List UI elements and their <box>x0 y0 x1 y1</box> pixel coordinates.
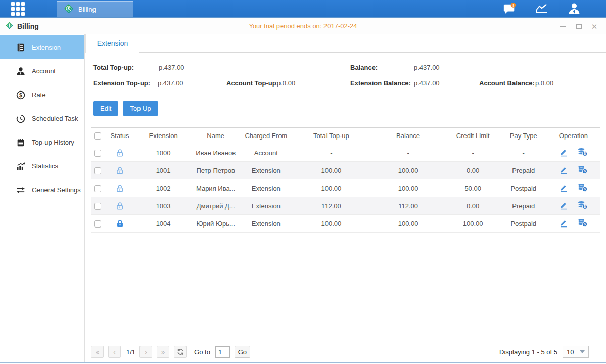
tab-strip: Extension <box>85 34 606 53</box>
table-row: 1004Юрий Юрь...Extension100.00100.00100.… <box>91 215 600 233</box>
sidebar-item-task[interactable]: Scheduled Task <box>0 107 84 130</box>
charged-from-cell: Extension <box>240 162 292 179</box>
edit-button[interactable]: Edit <box>93 101 118 116</box>
chart-icon <box>535 3 548 14</box>
next-page-icon: › <box>145 348 147 356</box>
extension-cell: 1002 <box>135 179 191 197</box>
sidebar-item-extension[interactable]: Extension <box>0 35 84 59</box>
table-row: 1001Петр ПетровExtension100.00100.000.00… <box>91 162 600 179</box>
sidebar-item-label: Account <box>32 67 56 75</box>
topup-icon[interactable]: $ <box>577 200 588 211</box>
balance-value: p.437.00 <box>414 64 440 71</box>
edit-icon[interactable] <box>559 165 568 176</box>
select-all-checkbox[interactable] <box>94 132 101 140</box>
chevron-down-icon <box>580 350 585 353</box>
topup-icon[interactable]: $ <box>577 165 588 176</box>
name-cell: Мария Ива... <box>191 179 240 197</box>
column-header: Status <box>104 128 135 144</box>
total-topup-cell: 112.00 <box>292 197 370 215</box>
general-settings-icon <box>16 185 25 195</box>
sidebar-item-label: Statistics <box>32 162 58 170</box>
tab-strip-divider <box>139 34 247 53</box>
sidebar-item-account[interactable]: Account <box>0 59 84 83</box>
message-icon: ! <box>503 2 516 15</box>
topup-icon[interactable]: $ <box>577 183 588 194</box>
extension-icon <box>16 42 25 52</box>
sidebar: ExtensionAccount$RateScheduled TaskTop-u… <box>0 34 85 362</box>
goto-page-input[interactable] <box>215 346 230 358</box>
rate-icon: $ <box>16 90 25 100</box>
top-up-button[interactable]: Top Up <box>123 101 158 116</box>
svg-text:$: $ <box>67 6 70 11</box>
row-checkbox[interactable] <box>94 150 101 157</box>
name-cell: Дмитрий Д... <box>191 197 240 215</box>
go-button[interactable]: Go <box>235 346 250 358</box>
extension-cell: 1001 <box>135 162 191 179</box>
row-checkbox[interactable] <box>94 185 101 192</box>
extension-cell: 1000 <box>135 144 191 162</box>
scheduled-task-icon <box>16 114 25 123</box>
edit-icon[interactable] <box>559 218 568 229</box>
credit-limit-cell: - <box>446 144 500 162</box>
pay-type-cell: Postpaid <box>500 179 547 197</box>
messages-button[interactable]: ! <box>503 2 516 15</box>
row-checkbox[interactable] <box>94 220 101 228</box>
sidebar-item-stats[interactable]: Statistics <box>0 154 84 178</box>
credit-limit-cell: 50.00 <box>446 179 500 197</box>
balance-cell: 100.00 <box>370 162 445 179</box>
total-topup-cell: 100.00 <box>292 215 370 233</box>
user-menu-button[interactable] <box>568 2 581 15</box>
column-header: Balance <box>370 128 445 144</box>
sidebar-item-settings[interactable]: General Settings <box>0 178 84 202</box>
charged-from-cell: Extension <box>240 179 292 197</box>
table-row: 1000Иван ИвановAccount----$ <box>91 144 600 162</box>
column-header: Credit Limit <box>446 128 500 144</box>
billing-app-tab[interactable]: $ Billing <box>57 1 133 17</box>
svg-text:$: $ <box>19 92 22 98</box>
row-checkbox[interactable] <box>94 203 101 210</box>
maximize-button[interactable] <box>575 23 582 30</box>
goto-label: Go to <box>194 348 210 356</box>
first-page-button[interactable]: « <box>91 346 104 358</box>
extension-balance-value: p.437.00 <box>414 79 440 87</box>
name-cell: Юрий Юрь... <box>191 215 240 233</box>
sidebar-item-rate[interactable]: $Rate <box>0 83 84 107</box>
page-size-select[interactable]: 10 <box>563 346 589 358</box>
tab-extension[interactable]: Extension <box>85 34 139 53</box>
window-title: Billing <box>17 22 39 30</box>
unlocked-icon <box>116 166 124 173</box>
account-balance-label: Account Balance: <box>479 79 535 87</box>
total-topup-cell: 100.00 <box>292 162 370 179</box>
reports-button[interactable] <box>535 2 548 15</box>
extension-cell: 1003 <box>135 197 191 215</box>
unlocked-icon <box>116 201 124 209</box>
pay-type-cell: Prepaid <box>500 162 547 179</box>
sidebar-item-label: General Settings <box>32 186 81 194</box>
account-icon <box>16 66 25 76</box>
locked-icon <box>116 219 124 226</box>
main-panel: Extension Total Top-up: p.437.00 Balance… <box>85 34 606 362</box>
topup-icon[interactable]: $ <box>577 218 588 229</box>
topup-icon[interactable]: $ <box>577 147 588 158</box>
svg-text:$: $ <box>584 205 586 209</box>
balance-cell: - <box>370 144 445 162</box>
edit-icon[interactable] <box>559 183 568 194</box>
next-page-button[interactable]: › <box>139 346 152 358</box>
column-header: Extension <box>135 128 191 144</box>
last-page-button[interactable]: » <box>157 346 169 358</box>
sidebar-item-history[interactable]: Top-up History <box>0 130 84 154</box>
edit-icon[interactable] <box>559 201 568 211</box>
displaying-text: Displaying 1 - 5 of 5 <box>499 348 557 356</box>
total-topup-label: Total Top-up: <box>93 64 134 71</box>
prev-page-button[interactable]: ‹ <box>108 346 121 358</box>
edit-icon[interactable] <box>559 148 568 158</box>
app-grid-button[interactable] <box>0 0 35 17</box>
balance-cell: 100.00 <box>370 179 445 197</box>
refresh-button[interactable] <box>174 346 187 358</box>
balance-cell: 100.00 <box>370 215 445 233</box>
minimize-button[interactable] <box>560 23 567 30</box>
credit-limit-cell: 0.00 <box>446 197 500 215</box>
row-checkbox[interactable] <box>94 167 101 174</box>
close-button[interactable]: ✕ <box>591 23 598 30</box>
balance-cell: 112.00 <box>370 197 445 215</box>
